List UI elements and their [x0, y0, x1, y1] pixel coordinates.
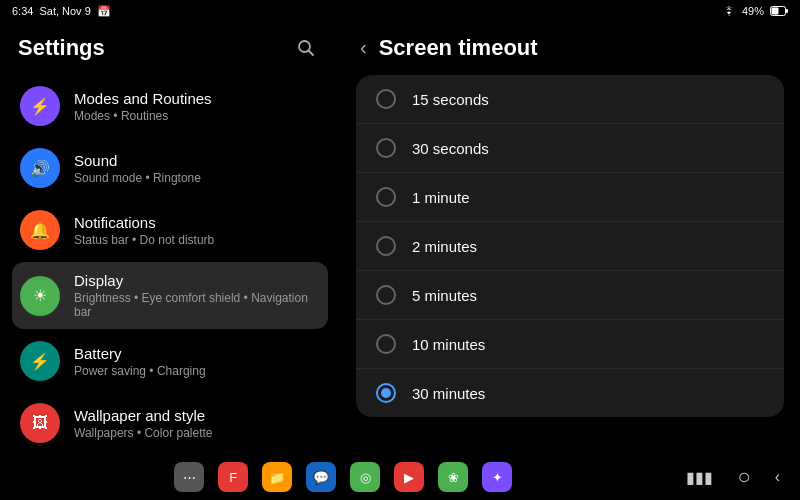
svg-rect-2 [772, 8, 779, 15]
settings-panel: Settings ⚡ Modes and Routines Modes • Ro… [0, 22, 340, 454]
status-bar: 6:34 Sat, Nov 9 📅 49% [0, 0, 800, 22]
settings-item-battery[interactable]: ⚡ Battery Power saving • Charging [12, 331, 328, 391]
svg-rect-1 [786, 9, 788, 13]
timeout-options-list: 15 seconds 30 seconds 1 minute 2 minutes… [356, 75, 784, 417]
item-text-modes: Modes and Routines Modes • Routines [74, 90, 320, 123]
timeout-option-30s[interactable]: 30 seconds [356, 124, 784, 173]
settings-header: Settings [0, 22, 340, 72]
back-button[interactable]: ‹ [356, 32, 371, 63]
item-title-notifications: Notifications [74, 214, 320, 231]
option-label-10m: 10 minutes [412, 336, 485, 353]
settings-item-wallpaper[interactable]: 🖼 Wallpaper and style Wallpapers • Color… [12, 393, 328, 444]
item-title-modes: Modes and Routines [74, 90, 320, 107]
radio-15s [376, 89, 396, 109]
main-content: Settings ⚡ Modes and Routines Modes • Ro… [0, 22, 800, 454]
item-text-battery: Battery Power saving • Charging [74, 345, 320, 378]
option-label-30s: 30 seconds [412, 140, 489, 157]
option-label-2m: 2 minutes [412, 238, 477, 255]
settings-title: Settings [18, 35, 105, 61]
item-subtitle-wallpaper: Wallpapers • Color palette [74, 426, 320, 440]
icon-sound: 🔊 [20, 148, 60, 188]
item-title-sound: Sound [74, 152, 320, 169]
radio-5m [376, 285, 396, 305]
chrome-app[interactable]: ◎ [350, 462, 380, 492]
battery-percent: 49% [742, 5, 764, 17]
timeout-option-10m[interactable]: 10 minutes [356, 320, 784, 369]
recents-button[interactable]: ▮▮▮ [686, 468, 713, 487]
youtube-app[interactable]: ▶ [394, 462, 424, 492]
option-label-1m: 1 minute [412, 189, 470, 206]
icon-wallpaper: 🖼 [20, 403, 60, 443]
timeout-option-1m[interactable]: 1 minute [356, 173, 784, 222]
bixby-app[interactable]: ✦ [482, 462, 512, 492]
item-text-display: Display Brightness • Eye comfort shield … [74, 272, 320, 319]
settings-item-notifications[interactable]: 🔔 Notifications Status bar • Do not dist… [12, 200, 328, 260]
radio-2m [376, 236, 396, 256]
timeout-option-5m[interactable]: 5 minutes [356, 271, 784, 320]
wifi-icon [722, 6, 736, 17]
radio-30m [376, 383, 396, 403]
settings-item-display[interactable]: ☀ Display Brightness • Eye comfort shiel… [12, 262, 328, 329]
calendar-icon: 📅 [97, 5, 111, 18]
battery-icon [770, 6, 788, 16]
timeout-header: ‹ Screen timeout [356, 22, 784, 75]
radio-30s [376, 138, 396, 158]
radio-1m [376, 187, 396, 207]
item-text-wallpaper: Wallpaper and style Wallpapers • Color p… [74, 407, 320, 440]
svg-line-4 [309, 51, 314, 56]
timeout-title: Screen timeout [379, 35, 538, 61]
option-label-5m: 5 minutes [412, 287, 477, 304]
settings-item-modes[interactable]: ⚡ Modes and Routines Modes • Routines [12, 76, 328, 136]
timeout-panel: ‹ Screen timeout 15 seconds 30 seconds 1… [340, 22, 800, 454]
item-subtitle-notifications: Status bar • Do not disturb [74, 233, 320, 247]
option-label-30m: 30 minutes [412, 385, 485, 402]
timeout-option-15s[interactable]: 15 seconds [356, 75, 784, 124]
icon-modes: ⚡ [20, 86, 60, 126]
icon-notifications: 🔔 [20, 210, 60, 250]
back-button[interactable]: ‹ [775, 468, 780, 486]
files-app[interactable]: 📁 [262, 462, 292, 492]
photos-app[interactable]: ❀ [438, 462, 468, 492]
option-label-15s: 15 seconds [412, 91, 489, 108]
item-subtitle-battery: Power saving • Charging [74, 364, 320, 378]
grid-menu[interactable]: ⋯ [174, 462, 204, 492]
item-title-display: Display [74, 272, 320, 289]
timeout-option-2m[interactable]: 2 minutes [356, 222, 784, 271]
item-title-battery: Battery [74, 345, 320, 362]
status-day: Sat, Nov 9 [39, 5, 90, 17]
framer-app[interactable]: F [218, 462, 248, 492]
home-button[interactable]: ○ [737, 464, 750, 490]
status-time: 6:34 [12, 5, 33, 17]
item-subtitle-display: Brightness • Eye comfort shield • Naviga… [74, 291, 320, 319]
item-text-notifications: Notifications Status bar • Do not distur… [74, 214, 320, 247]
nav-bar: ⋯F📁💬◎▶❀✦ ▮▮▮○‹ [0, 454, 800, 500]
status-left: 6:34 Sat, Nov 9 📅 [12, 5, 111, 18]
item-subtitle-sound: Sound mode • Ringtone [74, 171, 320, 185]
timeout-option-30m[interactable]: 30 minutes [356, 369, 784, 417]
settings-list: ⚡ Modes and Routines Modes • Routines 🔊 … [0, 72, 340, 444]
search-button[interactable] [290, 32, 322, 64]
nav-controls: ▮▮▮○‹ [686, 464, 800, 490]
status-right: 49% [722, 5, 788, 17]
item-text-sound: Sound Sound mode • Ringtone [74, 152, 320, 185]
settings-item-sound[interactable]: 🔊 Sound Sound mode • Ringtone [12, 138, 328, 198]
radio-10m [376, 334, 396, 354]
icon-battery: ⚡ [20, 341, 60, 381]
icon-display: ☀ [20, 276, 60, 316]
message-app[interactable]: 💬 [306, 462, 336, 492]
app-dock: ⋯F📁💬◎▶❀✦ [0, 462, 686, 492]
item-subtitle-modes: Modes • Routines [74, 109, 320, 123]
item-title-wallpaper: Wallpaper and style [74, 407, 320, 424]
